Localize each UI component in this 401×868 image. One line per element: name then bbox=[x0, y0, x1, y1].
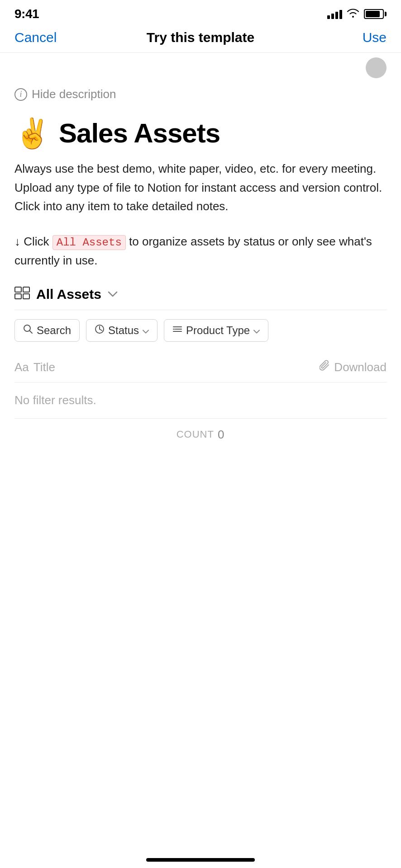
instruction-prefix: Click bbox=[24, 235, 53, 248]
title-col-label: Title bbox=[33, 360, 55, 374]
template-title: Sales Assets bbox=[59, 118, 220, 149]
template-description: Always use the best demo, white paper, v… bbox=[14, 160, 387, 216]
filter-bar: Search Status bbox=[14, 319, 387, 342]
svg-rect-0 bbox=[15, 287, 21, 292]
count-label: COUNT bbox=[177, 429, 214, 440]
drag-handle[interactable] bbox=[366, 57, 387, 78]
status-filter-label: Status bbox=[108, 324, 139, 337]
battery-icon bbox=[364, 9, 387, 19]
info-icon: i bbox=[14, 88, 27, 101]
nav-title: Try this template bbox=[147, 30, 254, 45]
template-header: ✌️ Sales Assets bbox=[14, 118, 387, 149]
hide-description-label: Hide description bbox=[32, 87, 116, 101]
db-view-header: All Assets bbox=[14, 287, 387, 310]
description-line1: Always use the best demo, white paper, v… bbox=[14, 162, 376, 175]
status-filter-icon bbox=[95, 324, 105, 337]
count-value: 0 bbox=[218, 428, 224, 442]
status-chevron-icon bbox=[143, 324, 149, 337]
title-column-header: Aa Title bbox=[14, 360, 55, 374]
home-indicator bbox=[146, 858, 255, 862]
status-icons bbox=[327, 8, 387, 20]
product-type-filter-label: Product Type bbox=[186, 324, 250, 337]
svg-rect-1 bbox=[15, 294, 21, 299]
template-emoji: ✌️ bbox=[14, 119, 51, 148]
paperclip-icon bbox=[320, 360, 330, 375]
svg-rect-2 bbox=[23, 287, 29, 292]
description-line2: Upload any type of file to Notion for in… bbox=[14, 181, 382, 194]
no-results-message: No filter results. bbox=[14, 382, 387, 419]
description-line3: Click into any item to take detailed not… bbox=[14, 199, 229, 213]
cancel-button[interactable]: Cancel bbox=[14, 30, 57, 45]
db-chevron-icon bbox=[108, 288, 118, 300]
svg-rect-3 bbox=[23, 294, 29, 299]
all-assets-tag: All Assets bbox=[53, 235, 126, 250]
table-header: Aa Title Download bbox=[14, 353, 387, 382]
db-view-title: All Assets bbox=[36, 287, 101, 302]
search-label: Search bbox=[37, 324, 71, 337]
db-view-icon bbox=[14, 287, 30, 302]
svg-line-5 bbox=[30, 330, 33, 333]
product-type-filter-icon bbox=[172, 324, 182, 337]
drag-handle-area bbox=[0, 53, 401, 78]
status-filter-button[interactable]: Status bbox=[86, 319, 158, 342]
template-instruction: ↓ Click All Assets to organize assets by… bbox=[14, 232, 387, 270]
content-area: i Hide description ✌️ Sales Assets Alway… bbox=[0, 78, 401, 451]
status-bar: 9:41 bbox=[0, 0, 401, 25]
hide-description-button[interactable]: i Hide description bbox=[14, 87, 387, 101]
arrow-down-icon: ↓ bbox=[14, 235, 20, 248]
nav-bar: Cancel Try this template Use bbox=[0, 25, 401, 53]
status-time: 9:41 bbox=[14, 7, 39, 21]
count-row: COUNT 0 bbox=[14, 419, 387, 451]
search-button[interactable]: Search bbox=[14, 319, 80, 342]
search-icon bbox=[23, 324, 33, 337]
signal-icon bbox=[327, 9, 342, 19]
download-column-header: Download bbox=[320, 360, 387, 375]
download-col-label: Download bbox=[334, 360, 387, 374]
use-button[interactable]: Use bbox=[363, 30, 387, 45]
wifi-icon bbox=[347, 8, 359, 20]
product-type-chevron-icon bbox=[253, 324, 260, 337]
product-type-filter-button[interactable]: Product Type bbox=[164, 319, 268, 342]
title-col-icon: Aa bbox=[14, 360, 29, 374]
